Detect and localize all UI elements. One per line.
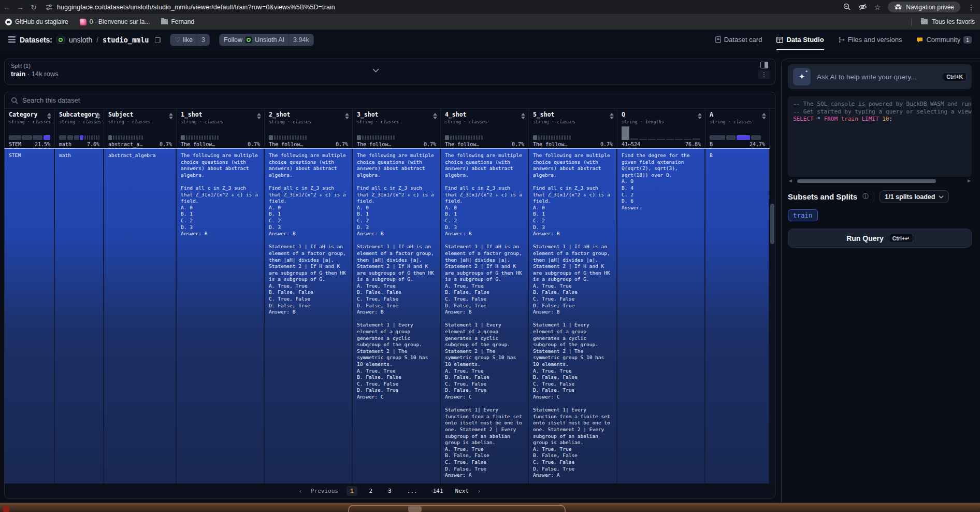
copy-icon[interactable] — [155, 37, 161, 43]
tab-data-studio[interactable]: Data Studio — [776, 30, 824, 50]
table-cell-q[interactable]: Find the degree for the given field exte… — [617, 149, 705, 485]
class-segment — [468, 135, 470, 140]
scroll-left-icon[interactable]: ◄ — [788, 178, 793, 184]
tab-community[interactable]: Community1 — [916, 30, 972, 50]
column-header-4_shot[interactable]: 4_shotstring · classes — [441, 109, 529, 125]
bookmark-item[interactable]: GitHub du stagiaire — [5, 18, 68, 25]
table-cell-3_shot[interactable]: The following are multiple choice questi… — [353, 149, 441, 485]
column-name: Subcategory — [59, 111, 100, 118]
table-vertical-scrollbar[interactable] — [769, 201, 775, 483]
column-header-q[interactable]: Qstring · lengths — [617, 109, 705, 125]
table-cell-subject[interactable]: abstract_algebra — [104, 149, 177, 485]
more-options-icon[interactable]: ⋮ — [758, 70, 770, 79]
sort-icon[interactable] — [345, 113, 349, 119]
sort-icon[interactable] — [762, 113, 766, 119]
column-header-a[interactable]: Astring · classes — [705, 109, 770, 125]
org-link[interactable]: unsloth — [69, 36, 92, 44]
previous-page-button[interactable]: Previous — [311, 488, 338, 494]
class-segment — [367, 135, 369, 140]
sort-icon[interactable] — [610, 113, 614, 119]
table-cell-4_shot[interactable]: The following are multiple choice questi… — [441, 149, 529, 485]
sort-icon[interactable] — [47, 113, 51, 119]
table-cell-5_shot[interactable]: The following are multiple choice questi… — [529, 149, 617, 485]
scrollbar-thumb[interactable] — [770, 204, 774, 244]
bookmark-item[interactable]: Fernand — [161, 18, 194, 25]
table-cell-a[interactable]: B — [705, 149, 770, 485]
table-cell-2_shot[interactable]: The following are multiple choice questi… — [265, 149, 353, 485]
forward-icon[interactable]: → — [13, 3, 27, 11]
next-arrow-icon[interactable]: › — [477, 487, 481, 495]
ask-ai-input[interactable] — [817, 73, 936, 81]
scroll-right-icon[interactable]: ► — [967, 178, 972, 184]
repo-link[interactable]: studio_mmlu — [103, 36, 149, 44]
column-header-2_shot[interactable]: 2_shotstring · classes — [265, 109, 353, 125]
table-cell-category[interactable]: STEM — [5, 149, 55, 485]
bookmark-item[interactable]: 0 - Bienvenue sur la... — [80, 18, 150, 25]
sort-icon[interactable] — [169, 113, 173, 119]
column-name: A — [710, 111, 766, 118]
follow-label: Follow — [224, 36, 242, 44]
run-query-button[interactable]: Run Query Ctrl+↵ — [788, 229, 972, 248]
sort-icon[interactable] — [521, 113, 525, 119]
search-input[interactable] — [22, 96, 229, 104]
column-header-1_shot[interactable]: 1_shotstring · classes — [177, 109, 265, 125]
page-button-3[interactable]: 3 — [384, 486, 395, 496]
sort-icon[interactable] — [698, 113, 702, 119]
zoom-out-icon[interactable] — [843, 3, 851, 11]
follow-button[interactable]: FollowUnsloth AI 3.94k — [219, 34, 314, 46]
column-header-category[interactable]: Categorystring · classes — [5, 109, 55, 125]
org-avatar[interactable] — [56, 36, 65, 44]
back-icon[interactable]: ← — [0, 3, 13, 11]
like-button[interactable]: ♡like 3 — [170, 34, 209, 46]
class-segment — [87, 135, 88, 140]
tab-files-and-versions[interactable]: Files and versions — [839, 30, 902, 50]
sql-editor[interactable]: -- The SQL console is powered by DuckDB … — [788, 96, 972, 177]
table-cell-1_shot[interactable]: The following are multiple choice questi… — [177, 149, 265, 485]
page-button-141[interactable]: 141 — [429, 486, 447, 496]
preview-hidden-icon[interactable] — [858, 3, 867, 11]
sort-icon[interactable] — [257, 113, 261, 119]
sort-icon[interactable] — [96, 113, 100, 119]
info-icon[interactable]: ⓘ — [862, 192, 869, 201]
splits-loaded-dropdown[interactable]: 1/1 splits loaded — [880, 190, 949, 203]
column-header-5_shot[interactable]: 5_shotstring · classes — [529, 109, 617, 125]
class-segment — [91, 135, 92, 140]
split-selector[interactable]: Split (1) train · 14k rows ⋮ — [4, 59, 775, 84]
train-split-chip[interactable]: train — [788, 209, 818, 221]
sort-icon[interactable] — [433, 113, 437, 119]
column-name: Subject — [108, 111, 173, 118]
previous-arrow-icon[interactable]: ‹ — [298, 487, 302, 495]
sql-line: SELECT * FROM train LIMIT 10; — [793, 116, 967, 123]
bookmark-star-icon[interactable]: ☆ — [874, 3, 881, 11]
url-field[interactable]: huggingface.co/datasets/unsloth/studio_m… — [57, 4, 335, 11]
column-header-3_shot[interactable]: 3_shotstring · classes — [353, 109, 441, 125]
like-count[interactable]: 3 — [197, 34, 209, 46]
follow-count[interactable]: 3.94k — [289, 34, 313, 46]
histogram-bar — [648, 139, 656, 140]
sql-horizontal-scrollbar[interactable]: ◄ ► — [788, 178, 972, 184]
bookmark-label: 0 - Bienvenue sur la... — [90, 18, 150, 25]
column-header-subject[interactable]: Subjectstring · classes — [104, 109, 177, 125]
scrollbar-thumb[interactable] — [797, 179, 936, 183]
reload-icon[interactable]: ↻ — [27, 3, 40, 11]
column-header-subcategory[interactable]: Subcategorystring · classes — [55, 109, 104, 125]
toggle-panel-icon[interactable] — [760, 62, 768, 68]
class-segment — [22, 135, 33, 140]
table-cell-subcategory[interactable]: math — [55, 149, 104, 485]
github-favicon — [5, 19, 12, 25]
ask-ai-box[interactable]: ✦ Ctrl+K — [788, 64, 972, 89]
browser-menu-icon[interactable]: ⋮ — [968, 3, 975, 11]
next-page-button[interactable]: Next — [455, 488, 469, 494]
run-query-shortcut: Ctrl+↵ — [889, 234, 913, 243]
all-bookmarks-button[interactable]: Tous les favoris — [932, 18, 975, 25]
page-button-2[interactable]: 2 — [366, 486, 377, 496]
tab-dataset-card[interactable]: Dataset card — [715, 30, 762, 50]
class-segment — [710, 135, 725, 140]
table-selected-row[interactable]: STEMmathabstract_algebraThe following ar… — [5, 148, 770, 485]
site-settings-icon[interactable] — [46, 4, 53, 11]
class-segment — [134, 135, 135, 140]
page-button-1[interactable]: 1 — [347, 486, 357, 496]
class-segment — [84, 135, 86, 140]
page-button-...[interactable]: ... — [403, 486, 421, 496]
page-content: Split (1) train · 14k rows ⋮ Categorystr… — [0, 50, 980, 503]
